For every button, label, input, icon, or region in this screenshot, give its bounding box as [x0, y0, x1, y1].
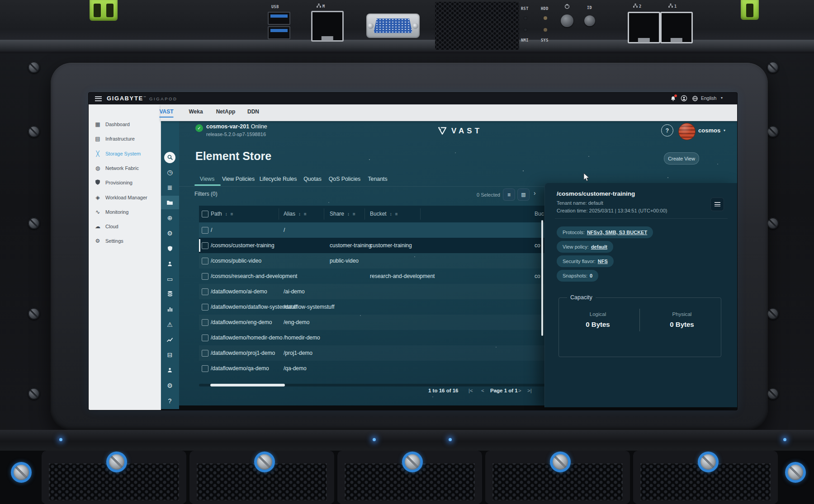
- sort-icon[interactable]: ↕: [225, 212, 227, 217]
- filters-label[interactable]: Filters (0): [194, 191, 218, 197]
- panel-pill-viewpolicy[interactable]: View policy:default: [557, 241, 613, 253]
- table-row[interactable]: /cosmos/research-and-developmentresearch…: [199, 268, 545, 284]
- table-row[interactable]: /dataflowdemo/dataflow-systemstuff/dataf…: [199, 299, 545, 315]
- table-row[interactable]: /cosmos/customer-trainingcustomer-traini…: [199, 238, 545, 253]
- panel-pill-snapshots[interactable]: Snapshots:0: [557, 270, 598, 282]
- sidebar-item-provisioning[interactable]: Provisioning: [89, 178, 161, 188]
- drive-icon[interactable]: ⊟: [161, 348, 179, 362]
- folder-icon[interactable]: [161, 196, 179, 209]
- search-icon[interactable]: [161, 151, 179, 164]
- tab-view-policies[interactable]: View Policies: [222, 176, 255, 182]
- tab-qos-policies[interactable]: QoS Policies: [329, 176, 360, 182]
- bell-icon[interactable]: [670, 95, 676, 104]
- row-checkbox[interactable]: [202, 242, 208, 249]
- platform-tab-vast[interactable]: VAST: [159, 108, 173, 118]
- gauge-icon[interactable]: ◷: [161, 165, 179, 179]
- panel-pill-protocols[interactable]: Protocols:NFSv3, SMB, S3 BUCKET: [557, 226, 653, 238]
- sidebar-item-monitoring[interactable]: ∿Monitoring: [89, 207, 161, 217]
- tab-quotas[interactable]: Quotas: [303, 176, 322, 182]
- user-icon[interactable]: [681, 95, 687, 104]
- filter-icon[interactable]: ≡: [231, 212, 233, 217]
- platform-tab-weka[interactable]: Weka: [189, 108, 203, 117]
- gear-icon[interactable]: ⚙: [161, 379, 179, 392]
- pagination-first-button[interactable]: |<: [469, 388, 473, 393]
- table-row[interactable]: /dataflowdemo/ai-demo/ai-demo: [199, 284, 545, 299]
- rack-screw: [767, 308, 779, 320]
- avatar[interactable]: [678, 123, 696, 140]
- pagination-next-button[interactable]: >: [518, 388, 521, 393]
- table-row[interactable]: /cosmos/public-videopublic-video: [199, 253, 545, 268]
- sidebar-item-cloud[interactable]: ☁Cloud: [89, 221, 161, 231]
- platform-tab-ddn[interactable]: DDN: [247, 108, 259, 117]
- table-row[interactable]: /dataflowdemo/qa-demo/qa-demo: [199, 361, 545, 376]
- user-transfer-icon[interactable]: [161, 257, 179, 271]
- sidebar-item-network-fabric[interactable]: ◍Network Fabric: [89, 163, 161, 173]
- table-row[interactable]: /dataflowdemo/proj1-demo/proj1-demo: [199, 345, 545, 361]
- monitor-bezel: GIGABYTE™ GIGAPOD English ▾ ▦Dashboard▤I…: [51, 63, 768, 430]
- row-checkbox[interactable]: [202, 304, 208, 311]
- row-checkbox[interactable]: [202, 258, 208, 264]
- select-all-checkbox[interactable]: [202, 211, 208, 217]
- user-menu[interactable]: cosmos: [698, 127, 720, 134]
- pagination-prev-button[interactable]: <: [481, 388, 484, 393]
- logical-value: 0 Bytes: [560, 320, 636, 328]
- platform-tab-netapp[interactable]: NetApp: [216, 108, 236, 117]
- panel-menu-button[interactable]: [710, 198, 724, 211]
- server-rack-icon[interactable]: ≣: [161, 181, 179, 194]
- filter-icon[interactable]: ≡: [304, 212, 307, 217]
- row-checkbox[interactable]: [202, 273, 208, 280]
- sidebar-item-storage-system[interactable]: ╳Storage System: [89, 149, 161, 159]
- column-settings-button[interactable]: ▥: [517, 188, 530, 201]
- hdd-led: [544, 16, 547, 20]
- table-row[interactable]: /dataflowdemo/eng-demo/eng-demo: [199, 315, 545, 330]
- language-selector[interactable]: English: [701, 95, 716, 101]
- workflow-icon[interactable]: ⚙: [161, 226, 179, 240]
- tab-lifecycle-rules[interactable]: Lifecycle Rules: [260, 176, 297, 182]
- collapse-panel-chevron[interactable]: ›: [534, 189, 536, 197]
- horizontal-scrollbar[interactable]: [210, 384, 285, 386]
- column-header-share[interactable]: Share↕≡: [330, 206, 355, 222]
- shield-check-icon[interactable]: [161, 242, 179, 255]
- row-checkbox[interactable]: [202, 319, 208, 326]
- table-row[interactable]: //: [199, 222, 545, 238]
- display-icon[interactable]: ▭: [161, 272, 179, 286]
- sidebar-item-workload-manager[interactable]: ◈Workload Manager: [89, 193, 161, 203]
- column-header-bucket[interactable]: Bucket↕≡: [370, 206, 398, 222]
- row-checkbox[interactable]: [202, 365, 208, 372]
- globe-icon[interactable]: ⊕: [161, 211, 179, 225]
- column-header-path[interactable]: Path↕≡: [211, 206, 233, 222]
- panel-pill-securityflavor[interactable]: Security flavor:NFS: [557, 255, 614, 267]
- sort-icon[interactable]: ↕: [347, 212, 350, 217]
- pill-value[interactable]: NFS: [598, 259, 608, 264]
- bar-chart-icon[interactable]: [161, 302, 179, 316]
- create-view-button[interactable]: Create View: [664, 152, 699, 165]
- help-icon[interactable]: ?: [161, 394, 179, 408]
- sidebar-item-dashboard[interactable]: ▦Dashboard: [89, 119, 161, 129]
- row-checkbox[interactable]: [202, 288, 208, 295]
- row-checkbox[interactable]: [202, 227, 208, 234]
- list-view-button[interactable]: ≡: [503, 188, 515, 201]
- pill-value[interactable]: default: [591, 244, 607, 250]
- help-button[interactable]: ?: [661, 124, 673, 137]
- user-settings-icon[interactable]: [161, 363, 179, 377]
- sort-icon[interactable]: ↕: [298, 212, 301, 217]
- row-checkbox[interactable]: [202, 350, 208, 357]
- filter-icon[interactable]: ≡: [353, 212, 355, 217]
- sort-icon[interactable]: ↕: [390, 212, 392, 217]
- pagination-last-button[interactable]: >|: [527, 388, 532, 393]
- column-header-alias[interactable]: Alias↕≡: [284, 206, 307, 222]
- menu-icon[interactable]: [95, 96, 102, 101]
- tab-views[interactable]: Views: [200, 176, 215, 182]
- filter-icon[interactable]: ≡: [395, 212, 398, 217]
- sidebar-item-infrastructure[interactable]: ▤Infrastructure: [89, 134, 161, 144]
- vertical-scrollbar[interactable]: [541, 220, 543, 336]
- database-icon[interactable]: [161, 287, 179, 301]
- pill-value[interactable]: NFSv3, SMB, S3 BUCKET: [587, 230, 647, 235]
- row-checkbox[interactable]: [202, 334, 208, 341]
- sidebar-item-settings[interactable]: ⚙Settings: [89, 236, 161, 246]
- tab-tenants[interactable]: Tenants: [368, 176, 387, 182]
- globe-language-icon[interactable]: [692, 95, 698, 104]
- trend-line-icon[interactable]: [161, 333, 179, 346]
- table-row[interactable]: /dataflowdemo/homedir-demo/homedir-demo: [199, 330, 545, 345]
- alert-triangle-icon[interactable]: ⚠: [161, 318, 179, 331]
